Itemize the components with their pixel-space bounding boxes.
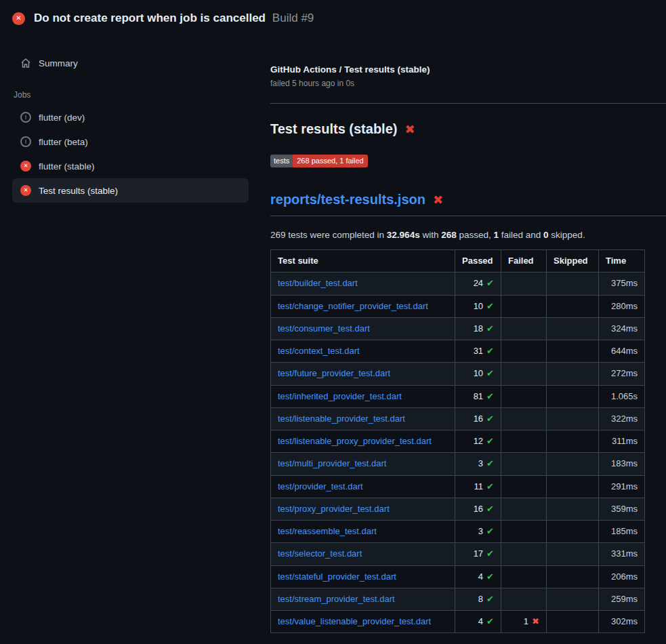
- passed-cell: 3✔: [455, 521, 501, 543]
- table-row: test/builder_test.dart24✔375ms: [271, 273, 645, 295]
- passed-cell-value: 81: [474, 391, 483, 401]
- home-icon: [20, 58, 31, 68]
- test-suite-link[interactable]: test/value_listenable_provider_test.dart: [278, 616, 431, 626]
- test-suite-link[interactable]: test/multi_provider_test.dart: [278, 458, 386, 468]
- test-suite-link[interactable]: test/listenable_provider_test.dart: [278, 414, 405, 424]
- passed-cell-value: 3: [478, 526, 483, 536]
- test-suite-cell: test/listenable_proxy_provider_test.dart: [271, 430, 455, 453]
- test-suite-cell: test/stream_provider_test.dart: [271, 588, 455, 610]
- passed-cell: 17✔: [455, 543, 501, 565]
- passed-cell: 16✔: [455, 498, 501, 520]
- sidebar-item-flutter-dev[interactable]: ! flutter (dev): [12, 105, 249, 129]
- sidebar-item-label: flutter (dev): [39, 113, 85, 123]
- table-row: test/stateful_provider_test.dart4✔206ms: [271, 565, 645, 588]
- x-circle-icon: ✕: [20, 185, 31, 196]
- time-cell: 311ms: [599, 430, 645, 453]
- test-suite-cell: test/future_provider_test.dart: [271, 363, 455, 385]
- sidebar-item-test-results-stable[interactable]: ✕ Test results (stable): [12, 178, 249, 203]
- test-suite-link[interactable]: test/change_notifier_provider_test.dart: [278, 301, 428, 311]
- test-suite-cell: test/provider_test.dart: [271, 475, 455, 498]
- sidebar-item-summary[interactable]: Summary: [12, 51, 249, 75]
- passed-cell-value: 3: [478, 458, 483, 468]
- main-content: GitHub Actions / Test results (stable) f…: [259, 35, 666, 644]
- col-header-failed: Failed: [501, 250, 547, 273]
- test-suite-link[interactable]: test/stream_provider_test.dart: [278, 594, 395, 604]
- test-suite-link[interactable]: test/future_provider_test.dart: [278, 368, 390, 378]
- skipped-cell: [547, 498, 599, 520]
- test-suite-link[interactable]: test/context_test.dart: [278, 346, 360, 356]
- test-suite-link[interactable]: test/selector_test.dart: [278, 548, 362, 559]
- failed-cell: [501, 430, 547, 453]
- passed-cell-value: 31: [474, 346, 483, 356]
- time-cell: 185ms: [599, 521, 645, 543]
- time-cell: 359ms: [599, 498, 645, 520]
- test-suite-cell: test/multi_provider_test.dart: [271, 453, 455, 475]
- summary-text: passed,: [457, 230, 494, 240]
- passed-cell-value: 18: [474, 323, 483, 334]
- check-icon: ✔: [486, 571, 494, 582]
- failed-cross-icon: ✖: [433, 194, 443, 206]
- skipped-cell: [547, 565, 599, 588]
- test-suite-link[interactable]: test/proxy_provider_test.dart: [278, 504, 390, 514]
- table-row: test/context_test.dart31✔644ms: [271, 340, 645, 363]
- passed-cell: 8✔: [455, 588, 501, 610]
- table-row: test/inherited_provider_test.dart81✔1.06…: [271, 385, 645, 407]
- failed-cell: [501, 273, 547, 295]
- test-suite-link[interactable]: test/builder_test.dart: [278, 278, 358, 288]
- skipped-cell: [547, 430, 599, 453]
- test-suite-link[interactable]: test/provider_test.dart: [278, 481, 363, 491]
- passed-cell-value: 4: [478, 616, 483, 626]
- test-suite-link[interactable]: test/reassemble_test.dart: [278, 526, 377, 536]
- passed-cell-value: 11: [474, 481, 484, 491]
- time-cell: 272ms: [599, 363, 645, 385]
- sidebar-item-flutter-stable[interactable]: ✕ flutter (stable): [12, 154, 249, 178]
- time-cell: 322ms: [599, 407, 645, 430]
- passed-cell: 11✔: [455, 475, 501, 498]
- table-row: test/stream_provider_test.dart8✔259ms: [271, 588, 645, 610]
- passed-cell: 4✔: [455, 611, 501, 633]
- table-row: test/future_provider_test.dart10✔272ms: [271, 363, 645, 385]
- section-title-row: Test results (stable) ✖: [270, 121, 666, 137]
- table-row: test/selector_test.dart17✔331ms: [271, 543, 645, 565]
- col-header-test-suite: Test suite: [271, 250, 455, 273]
- sidebar-item-flutter-beta[interactable]: ! flutter (beta): [12, 129, 249, 154]
- passed-cell-value: 24: [474, 278, 483, 288]
- col-header-skipped: Skipped: [547, 250, 599, 273]
- failed-cell: [501, 340, 547, 363]
- skipped-cell: [547, 475, 599, 498]
- time-cell: 324ms: [599, 317, 645, 340]
- failed-cell: [501, 521, 547, 543]
- skipped-cell: [547, 407, 599, 430]
- sidebar-item-label: flutter (beta): [39, 137, 88, 147]
- run-title: Do not create report when job is cancell…: [34, 12, 266, 24]
- table-row: test/listenable_provider_test.dart16✔322…: [271, 407, 645, 430]
- passed-cell: 81✔: [455, 385, 501, 407]
- passed-cell: 16✔: [455, 407, 501, 430]
- passed-cell: 10✔: [455, 363, 501, 385]
- failed-cell: [501, 565, 547, 588]
- test-suite-cell: test/reassemble_test.dart: [271, 521, 455, 543]
- table-row: test/reassemble_test.dart3✔185ms: [271, 521, 645, 543]
- report-file-link[interactable]: reports/test-results.json: [270, 192, 425, 207]
- summary-text: with: [420, 230, 442, 240]
- test-suite-cell: test/listenable_provider_test.dart: [271, 407, 455, 430]
- passed-cell-value: 10: [474, 301, 483, 311]
- job-status-line: failed 5 hours ago in 0s: [270, 79, 666, 88]
- check-icon: ✔: [486, 458, 494, 468]
- check-icon: ✔: [486, 548, 494, 559]
- time-cell: 375ms: [599, 273, 645, 295]
- check-icon: ✔: [486, 301, 494, 311]
- failed-cell: [501, 317, 547, 340]
- passed-cell-value: 12: [474, 436, 483, 446]
- check-icon: ✔: [486, 594, 494, 604]
- test-suite-link[interactable]: test/consumer_test.dart: [278, 323, 370, 334]
- test-suite-link[interactable]: test/listenable_proxy_provider_test.dart: [278, 436, 432, 446]
- time-cell: 291ms: [599, 475, 645, 498]
- passed-cell: 4✔: [455, 565, 501, 588]
- test-suite-link[interactable]: test/inherited_provider_test.dart: [278, 391, 402, 401]
- test-suite-link[interactable]: test/stateful_provider_test.dart: [278, 571, 396, 582]
- passed-cell-value: 4: [478, 571, 483, 582]
- failed-cross-icon: ✖: [404, 123, 415, 136]
- jobs-section-label: Jobs: [14, 90, 249, 100]
- test-suite-cell: test/consumer_test.dart: [271, 317, 455, 340]
